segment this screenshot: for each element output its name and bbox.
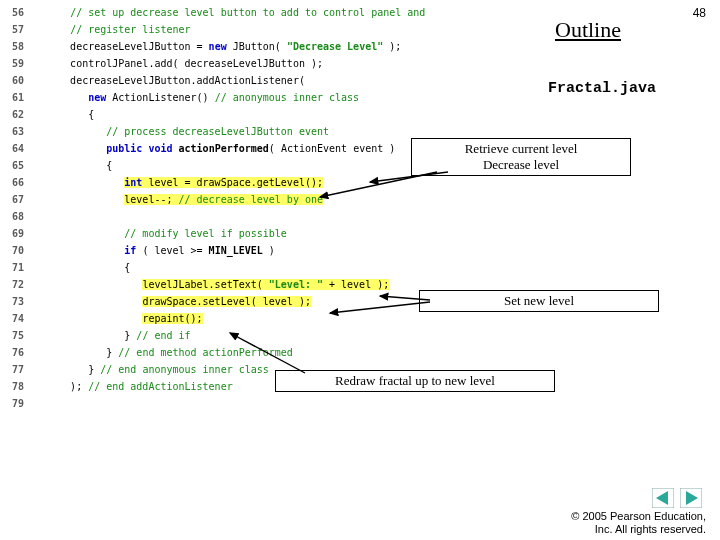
callout-text: Set new level bbox=[504, 293, 574, 308]
copyright-line: Inc. All rights reserved. bbox=[595, 523, 706, 535]
callout-redraw: Redraw fractal up to new level bbox=[275, 370, 555, 392]
copyright: © 2005 Pearson Education, Inc. All right… bbox=[571, 510, 706, 536]
code-listing: 56 // set up decrease level button to ad… bbox=[0, 4, 560, 412]
copyright-line: © 2005 Pearson Education, bbox=[571, 510, 706, 522]
callout-text: Decrease level bbox=[483, 157, 559, 172]
callout-text: Retrieve current level bbox=[465, 141, 578, 156]
callout-retrieve-decrease: Retrieve current level Decrease level bbox=[411, 138, 631, 176]
outline-title: Outline bbox=[555, 17, 621, 43]
slide-number: 48 bbox=[693, 6, 706, 20]
next-icon[interactable] bbox=[680, 488, 702, 508]
callout-text: Redraw fractal up to new level bbox=[335, 373, 495, 388]
filename-label: Fractal.java bbox=[548, 80, 656, 97]
prev-icon[interactable] bbox=[652, 488, 674, 508]
callout-set-level: Set new level bbox=[419, 290, 659, 312]
nav-buttons bbox=[650, 488, 702, 512]
